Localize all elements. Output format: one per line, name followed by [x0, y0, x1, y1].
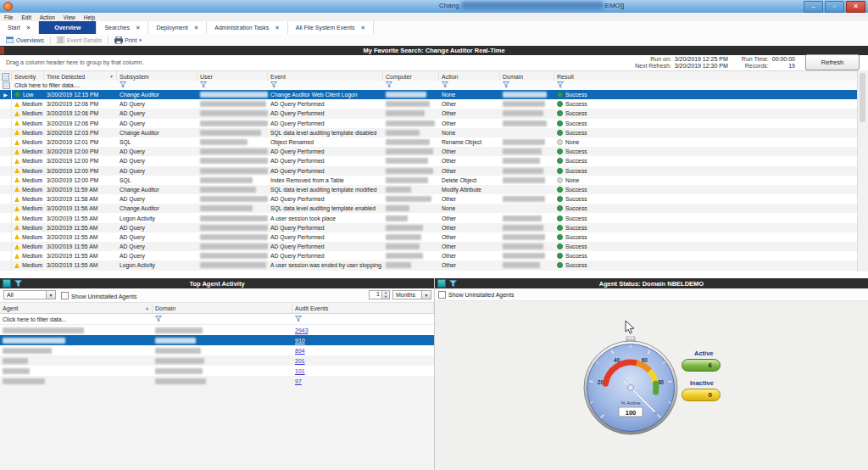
tab-deployment[interactable]: Deployment✕: [148, 21, 207, 34]
status-show-uninstalled-checkbox[interactable]: [438, 291, 446, 299]
agent-filter-cell[interactable]: Click here to filter data...: [0, 314, 153, 324]
event-row[interactable]: ▶Low3/20/2019 12:15 PMChange AuditorChan…: [0, 90, 858, 99]
filter-cell-user[interactable]: [198, 81, 268, 90]
agent-filter-cell[interactable]: [153, 314, 292, 324]
tab-all-file-system-events[interactable]: All File System Events✕: [288, 21, 374, 34]
event-row[interactable]: Medium3/20/2019 11:56 AMChange AuditorSQ…: [0, 204, 858, 213]
filter-cell-event[interactable]: [268, 81, 383, 90]
filter-cell-result[interactable]: [554, 81, 858, 90]
result-cell: Success: [554, 166, 858, 176]
filter-cell-severity[interactable]: Click here to filter data....: [12, 81, 44, 90]
event-row[interactable]: Medium3/20/2019 12:00 PMAD QueryAD Query…: [0, 156, 858, 165]
event-row[interactable]: Medium3/20/2019 11:55 AMLogon ActivityA …: [0, 213, 858, 222]
chevron-down-icon[interactable]: ▼: [421, 291, 431, 299]
filter-funnel-icon[interactable]: [503, 81, 510, 89]
event-row[interactable]: Medium3/20/2019 12:00 PMSQLIndex Removed…: [0, 176, 858, 185]
row-indicator: [0, 147, 12, 156]
audit-events-link[interactable]: 101: [295, 368, 305, 374]
filter-funnel-icon[interactable]: [386, 81, 393, 89]
audit-events-link[interactable]: 910: [295, 338, 305, 344]
show-uninstalled-checkbox[interactable]: [61, 292, 69, 299]
grid-scrollbar-thumb[interactable]: [860, 73, 865, 122]
menu-item-edit[interactable]: Edit: [17, 14, 35, 20]
redacted-user: [200, 101, 266, 107]
inactive-count-pill[interactable]: 0: [682, 389, 721, 401]
filter-cell-subsystem[interactable]: [117, 81, 198, 90]
filter-funnel-icon[interactable]: [200, 81, 208, 89]
filter-cell-time-detected[interactable]: [44, 81, 117, 90]
agent-filter-cell[interactable]: [292, 314, 434, 324]
event-row[interactable]: Medium3/20/2019 12:03 PMChange AuditorSQ…: [0, 128, 858, 137]
severity-cell: Medium: [12, 99, 44, 109]
redacted-computer: [386, 92, 426, 98]
agent-column-header-agent[interactable]: Agent▲: [0, 303, 153, 313]
result-cell: Success: [554, 242, 858, 251]
filter-funnel-icon[interactable]: [442, 81, 449, 89]
event-row[interactable]: Medium3/20/2019 11:58 AMAD QueryAD Query…: [0, 194, 858, 204]
agent-row[interactable]: 910: [0, 335, 434, 345]
event-row[interactable]: Medium3/20/2019 12:01 PMSQLObject Rename…: [0, 137, 858, 147]
event-row[interactable]: Medium3/20/2019 12:00 PMAD QueryAD Query…: [0, 147, 858, 156]
agent-row[interactable]: 201: [0, 355, 434, 366]
period-value-spinner[interactable]: 1 ▲▼: [369, 290, 390, 299]
event-row[interactable]: Medium3/20/2019 11:55 AMAD QueryAD Query…: [0, 223, 858, 232]
event-row[interactable]: Medium3/20/2019 11:55 AMAD QueryAD Query…: [0, 251, 858, 260]
audit-events-link[interactable]: 894: [295, 348, 305, 354]
event-row[interactable]: Medium3/20/2019 11:59 AMChange AuditorSQ…: [0, 185, 858, 194]
event-row[interactable]: Medium3/20/2019 12:00 PMAD QueryAD Query…: [0, 166, 858, 176]
print-button[interactable]: Print ▾: [108, 34, 147, 46]
agent-domain-cell: [153, 355, 292, 366]
audit-events-link[interactable]: 97: [295, 378, 302, 384]
filter-cell-computer[interactable]: [383, 81, 439, 90]
chevron-down-icon[interactable]: ▼: [46, 291, 55, 299]
spinner-arrows-icon[interactable]: ▲▼: [381, 291, 389, 299]
filter-cell-action[interactable]: [439, 81, 500, 90]
tab-close-icon[interactable]: ✕: [275, 25, 279, 31]
filter-cell-domain[interactable]: [500, 81, 554, 90]
filter-funnel-icon[interactable]: [270, 81, 278, 89]
grid-scrollbar[interactable]: [857, 70, 868, 271]
agent-column-header-audit-events[interactable]: Audit Events: [292, 303, 434, 313]
filter-funnel-icon[interactable]: [120, 81, 127, 89]
refresh-button[interactable]: Refresh: [805, 54, 860, 70]
event-row[interactable]: Medium3/20/2019 11:55 AMAD QueryAD Query…: [0, 242, 858, 251]
print-dropdown-caret[interactable]: ▾: [139, 37, 142, 42]
tab-administration-tasks[interactable]: Administration Tasks✕: [207, 21, 288, 34]
agent-row[interactable]: 97: [0, 376, 434, 386]
filter-funnel-icon[interactable]: [557, 81, 565, 89]
menu-item-file[interactable]: File: [0, 14, 17, 20]
event-details-button[interactable]: Event Details: [51, 34, 108, 46]
filter-funnel-icon[interactable]: [295, 316, 303, 323]
menu-item-help[interactable]: Help: [80, 14, 99, 20]
filter-funnel-icon[interactable]: [155, 316, 163, 323]
tab-close-icon[interactable]: ✕: [194, 25, 198, 31]
tab-start[interactable]: Start✕: [0, 21, 39, 34]
audit-events-link[interactable]: 201: [295, 358, 305, 364]
close-button[interactable]: ✕: [846, 1, 865, 13]
tab-close-icon[interactable]: ✕: [360, 25, 364, 31]
maximize-button[interactable]: ▫: [825, 1, 844, 13]
minimize-button[interactable]: –: [804, 1, 823, 13]
event-row[interactable]: Medium3/20/2019 12:06 PMAD QueryAD Query…: [0, 119, 858, 128]
agent-row[interactable]: 894: [0, 345, 434, 355]
tab-close-icon[interactable]: ✕: [26, 25, 31, 31]
event-row[interactable]: Medium3/20/2019 12:06 PMAD QueryAD Query…: [0, 99, 858, 109]
menu-item-view[interactable]: View: [59, 14, 80, 20]
overviews-button[interactable]: Overviews: [0, 34, 50, 46]
agent-column-header-domain[interactable]: Domain: [153, 303, 292, 313]
tab-searches[interactable]: Searches✕: [97, 21, 148, 34]
tab-overview[interactable]: Overview: [39, 21, 97, 34]
agent-row[interactable]: 2943: [0, 325, 434, 335]
active-count-pill[interactable]: 6: [682, 359, 721, 372]
severity-cell: Medium: [12, 185, 44, 194]
period-unit-select[interactable]: Months ▼: [392, 290, 431, 299]
menu-item-action[interactable]: Action: [36, 14, 59, 20]
agent-row[interactable]: 101: [0, 366, 434, 376]
agent-grid-filter-row[interactable]: Click here to filter data...: [0, 314, 434, 325]
tab-close-icon[interactable]: ✕: [136, 25, 140, 31]
event-row[interactable]: Medium3/20/2019 12:06 PMAD QueryAD Query…: [0, 109, 858, 118]
event-row[interactable]: Medium3/20/2019 11:55 AMLogon ActivityA …: [0, 260, 858, 270]
audit-events-link[interactable]: 2943: [295, 327, 309, 333]
agent-scope-select[interactable]: All ▼: [3, 290, 56, 299]
event-row[interactable]: Medium3/20/2019 11:55 AMAD QueryAD Query…: [0, 232, 858, 242]
